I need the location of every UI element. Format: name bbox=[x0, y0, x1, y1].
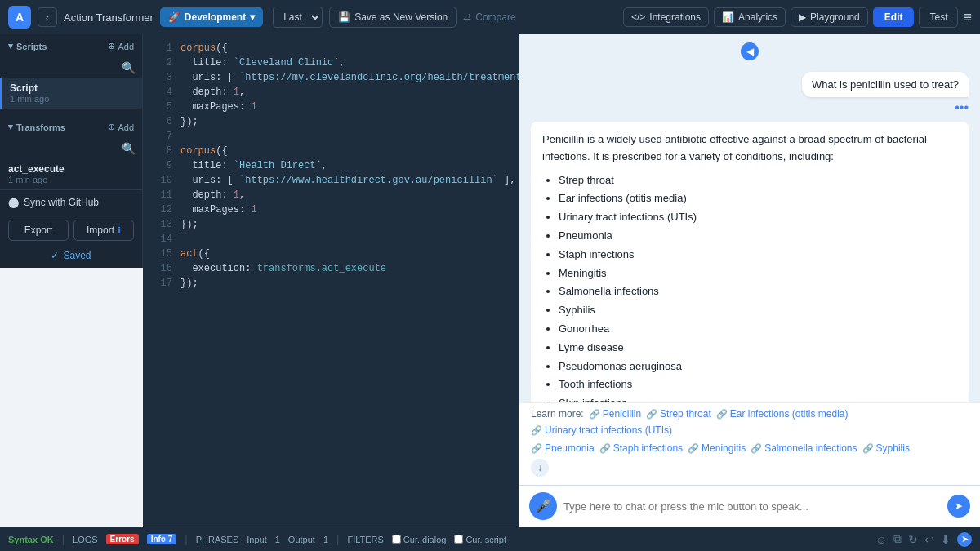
condition-item: Ear infections (otitis media) bbox=[559, 190, 957, 207]
edit-button[interactable]: Edit bbox=[873, 7, 915, 27]
chat-messages: What is penicillin used to treat? ••• Pe… bbox=[519, 64, 980, 402]
learn-more-tag[interactable]: 🔗Salmonella infections bbox=[751, 442, 857, 454]
learn-more-tag[interactable]: 🔗Ear infections (otitis media) bbox=[716, 408, 849, 420]
cur-script-checkbox[interactable]: Cur. script bbox=[454, 535, 506, 544]
playground-button[interactable]: ▶ Playground bbox=[791, 7, 868, 27]
save-label: Save as New Version bbox=[354, 11, 448, 23]
add-label: Add bbox=[118, 122, 134, 132]
learn-more-tag[interactable]: 🔗Meningitis bbox=[688, 442, 746, 454]
bottom-icons: ☺ ⧉ ↻ ↩ ⬇ ➤ bbox=[875, 532, 972, 547]
learn-more-label: Learn more: bbox=[531, 408, 584, 420]
smiley-icon[interactable]: ☺ bbox=[875, 533, 887, 546]
compare-button[interactable]: ⇄ Compare bbox=[463, 11, 515, 23]
add-transform-button[interactable]: ⊕ Add bbox=[108, 122, 134, 132]
scripts-toggle[interactable]: ▾ Scripts bbox=[8, 41, 47, 51]
transforms-section-header: ▾ Transforms ⊕ Add bbox=[0, 115, 142, 139]
save-version-button[interactable]: 💾 Save as New Version bbox=[329, 7, 457, 28]
phrases-button[interactable]: PHRASES bbox=[196, 535, 239, 544]
check-icon: ✓ bbox=[51, 250, 59, 261]
condition-item: Pseudomonas aeruginosa bbox=[559, 358, 957, 375]
transforms-toggle[interactable]: ▾ Transforms bbox=[8, 122, 65, 132]
script-time: 1 min ago bbox=[10, 94, 134, 104]
integrations-icon: </> bbox=[631, 11, 645, 23]
scroll-down-button[interactable]: ↓ bbox=[531, 459, 549, 477]
refresh-icon[interactable]: ↻ bbox=[908, 533, 918, 546]
search-icon[interactable]: 🔍 bbox=[122, 142, 136, 155]
version-select[interactable]: Last bbox=[273, 7, 323, 28]
sidebar-item-script[interactable]: Script 1 min ago bbox=[0, 78, 142, 109]
integrations-button[interactable]: </> Integrations bbox=[623, 7, 709, 27]
condition-item: Strep throat bbox=[559, 172, 957, 189]
add-label: Add bbox=[118, 42, 134, 51]
cur-script-input[interactable] bbox=[454, 535, 463, 544]
learn-more-tag[interactable]: 🔗Syphilis bbox=[862, 442, 910, 454]
dev-icon: 🚀 bbox=[168, 11, 180, 23]
navbar: A ‹ Action Transformer 🚀 Development ▾ L… bbox=[0, 0, 980, 34]
chevron-down-icon: ▾ bbox=[8, 41, 13, 51]
cur-dialog-input[interactable] bbox=[392, 535, 401, 544]
condition-item: Salmonella infections bbox=[559, 283, 957, 300]
compare-icon: ⇄ bbox=[463, 11, 471, 23]
code-line: 12 maxPages: 1 bbox=[143, 204, 519, 219]
learn-more-row1: Learn more: 🔗Penicillin🔗Strep throat🔗Ear… bbox=[519, 402, 980, 439]
info-icon: ℹ bbox=[118, 225, 121, 236]
code-line: 9 title: `Health Direct`, bbox=[143, 160, 519, 175]
mic-button[interactable]: 🎤 bbox=[529, 492, 557, 520]
import-button[interactable]: Import ℹ bbox=[74, 220, 134, 241]
user-message-bubble: What is penicillin used to treat? bbox=[802, 72, 969, 97]
sidebar-item-act-execute[interactable]: act_execute 1 min ago bbox=[0, 158, 142, 189]
learn-more-tag[interactable]: 🔗Urinary tract infections (UTIs) bbox=[531, 424, 672, 436]
code-line: 1corpus({ bbox=[143, 42, 519, 57]
logs-button[interactable]: LOGS bbox=[73, 535, 98, 544]
chat-panel: ◀ What is penicillin used to treat? ••• … bbox=[519, 34, 980, 527]
chat-answer: Penicillin is a widely used antibiotic e… bbox=[531, 122, 969, 402]
conditions-list: Strep throatEar infections (otitis media… bbox=[542, 172, 957, 402]
sidebar: ▾ Scripts ⊕ Add 🔍 Script 1 min ago ▾ bbox=[0, 34, 143, 268]
arrow-right-icon[interactable]: ➤ bbox=[957, 532, 972, 547]
search-icon[interactable]: 🔍 bbox=[122, 61, 136, 74]
transforms-search-row: 🔍 bbox=[0, 139, 142, 158]
analytics-button[interactable]: 📊 Analytics bbox=[714, 7, 786, 27]
bottom-bar: Syntax OK | LOGS Errors Info 7 | PHRASES… bbox=[0, 527, 980, 551]
saved-status-row: ✓ Saved bbox=[0, 246, 142, 268]
github-sync-row[interactable]: ⬤ Sync with GitHub bbox=[0, 189, 142, 215]
cur-dialog-checkbox[interactable]: Cur. dialog bbox=[392, 535, 447, 544]
errors-badge[interactable]: Errors bbox=[106, 534, 139, 544]
learn-more-row2: 🔗Pneumonia🔗Staph infections🔗Meningitis🔗S… bbox=[519, 439, 980, 459]
code-line: 15act({ bbox=[143, 248, 519, 263]
code-line: 11 depth: 1, bbox=[143, 189, 519, 204]
code-line: 2 title: `Cleveland Clinic`, bbox=[143, 57, 519, 72]
learn-more-tag[interactable]: 🔗Penicillin bbox=[589, 408, 641, 420]
learn-more-tag[interactable]: 🔗Strep throat bbox=[646, 408, 711, 420]
condition-item: Syphilis bbox=[559, 302, 957, 319]
script-title: Script bbox=[10, 82, 134, 94]
test-button[interactable]: Test bbox=[919, 7, 958, 28]
github-icon: ⬤ bbox=[8, 197, 19, 208]
chat-toggle-button[interactable]: ◀ bbox=[741, 42, 759, 60]
code-line: 8corpus({ bbox=[143, 145, 519, 160]
code-editor[interactable]: 1corpus({2 title: `Cleveland Clinic`,3 u… bbox=[143, 34, 519, 527]
plus-icon: ⊕ bbox=[108, 41, 115, 51]
info-badge[interactable]: Info 7 bbox=[147, 534, 177, 544]
chat-input[interactable] bbox=[564, 500, 941, 513]
save-icon: 💾 bbox=[338, 11, 350, 23]
dev-branch-button[interactable]: 🚀 Development ▾ bbox=[160, 7, 263, 27]
learn-more-tag[interactable]: 🔗Staph infections bbox=[599, 442, 683, 454]
output-count: 1 bbox=[323, 535, 328, 544]
sidebar-wrapper: ▾ Scripts ⊕ Add 🔍 Script 1 min ago ▾ bbox=[0, 34, 143, 527]
back-button[interactable]: ‹ bbox=[38, 7, 57, 27]
export-button[interactable]: Export bbox=[8, 220, 69, 241]
code-line: 16 execution: transforms.act_execute bbox=[143, 263, 519, 278]
info-label: Info bbox=[151, 535, 166, 544]
separator1: | bbox=[62, 533, 65, 545]
user-message-wrapper: What is penicillin used to treat? ••• bbox=[531, 72, 969, 115]
undo-icon[interactable]: ↩ bbox=[924, 533, 934, 546]
copy-icon[interactable]: ⧉ bbox=[893, 532, 902, 546]
learn-more-tag[interactable]: 🔗Pneumonia bbox=[531, 442, 595, 454]
code-line: 4 depth: 1, bbox=[143, 87, 519, 101]
menu-button[interactable]: ≡ bbox=[963, 9, 972, 26]
add-script-button[interactable]: ⊕ Add bbox=[108, 41, 134, 51]
download-icon[interactable]: ⬇ bbox=[941, 533, 951, 546]
act-execute-title: act_execute bbox=[8, 163, 134, 175]
send-button[interactable]: ➤ bbox=[947, 495, 970, 518]
